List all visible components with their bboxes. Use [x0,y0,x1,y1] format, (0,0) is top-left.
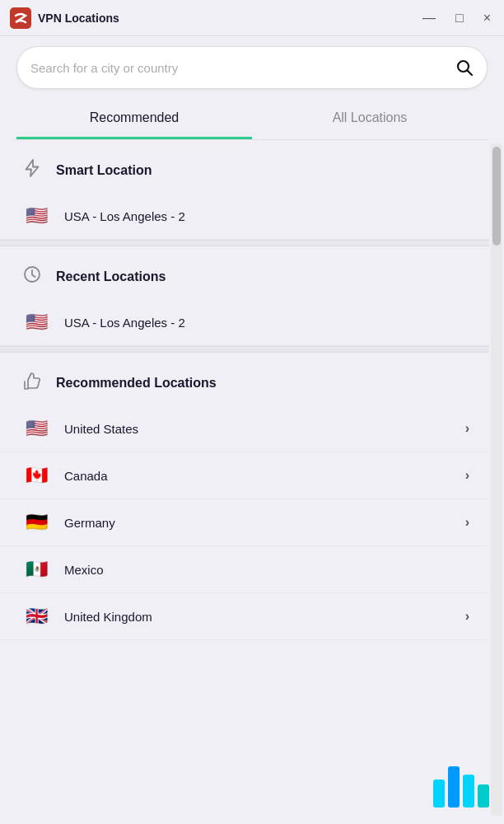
list-item[interactable]: 🇬🇧 United Kingdom › [0,593,489,640]
list-item[interactable]: 🇩🇪 Germany › [0,499,489,546]
list-item[interactable]: 🇺🇸 USA - Los Angeles - 2 [0,193,489,240]
tab-all-locations[interactable]: All Locations [252,99,488,139]
tabs-container: Recommended All Locations [16,99,488,140]
list-item[interactable]: 🇺🇸 United States › [0,405,489,452]
usa-flag-icon-3: 🇺🇸 [20,417,53,440]
location-name: Canada [64,469,454,483]
close-button[interactable]: × [480,10,494,26]
canada-flag-icon: 🇨🇦 [20,464,53,487]
germany-flag-icon: 🇩🇪 [20,511,53,534]
window-title: VPN Locations [38,12,119,25]
bolt-icon [20,158,44,183]
recent-locations-header: Recent Locations [0,246,489,299]
title-bar-controls: — □ × [419,10,494,26]
section-divider-1 [0,240,489,246]
chevron-right-icon: › [465,468,469,483]
bottom-logo [433,766,489,808]
smart-location-header: Smart Location [0,140,489,193]
maximize-button[interactable]: □ [452,10,467,26]
smart-location-title: Smart Location [56,163,152,178]
location-name: USA - Los Angeles - 2 [64,209,469,223]
recent-locations-title: Recent Locations [56,269,166,284]
scrollbar-track[interactable] [491,143,502,816]
recommended-locations-title: Recommended Locations [56,376,217,391]
chevron-right-icon: › [465,421,469,436]
title-bar-left: VPN Locations [10,7,119,29]
content-area: Smart Location 🇺🇸 USA - Los Angeles - 2 … [0,140,504,819]
location-name: United States [64,422,454,436]
tab-recommended[interactable]: Recommended [16,99,252,139]
uk-flag-icon: 🇬🇧 [20,605,53,628]
search-input[interactable] [30,61,455,75]
section-divider-2 [0,346,489,353]
list-item[interactable]: 🇲🇽 Mexico [0,546,489,593]
chevron-right-icon: › [465,515,469,530]
minimize-button[interactable]: — [419,10,439,26]
location-name: Germany [64,516,454,530]
recommended-locations-header: Recommended Locations [0,353,489,405]
location-name: USA - Los Angeles - 2 [64,316,469,330]
bar-1-icon [433,780,445,808]
usa-flag-icon-2: 🇺🇸 [20,311,53,334]
scrollbar-thumb[interactable] [492,147,501,246]
title-bar: VPN Locations — □ × [0,0,504,36]
location-name: United Kingdom [64,610,454,624]
clock-icon [20,265,44,289]
bar-2-icon [448,766,460,808]
location-name: Mexico [64,563,469,577]
chevron-right-icon: › [465,609,469,624]
usa-flag-icon: 🇺🇸 [20,204,53,227]
thumbs-up-icon [20,371,44,396]
list-item[interactable]: 🇨🇦 Canada › [0,452,489,499]
app-logo-icon [10,7,31,29]
list-item[interactable]: 🇺🇸 USA - Los Angeles - 2 [0,299,489,346]
bar-4-icon [478,784,489,808]
mexico-flag-icon: 🇲🇽 [20,558,53,581]
svg-line-2 [468,71,473,76]
bar-3-icon [463,775,474,808]
scroll-content[interactable]: Smart Location 🇺🇸 USA - Los Angeles - 2 … [0,140,489,819]
search-icon [455,59,474,77]
search-bar [16,46,488,89]
search-button[interactable] [455,59,474,77]
